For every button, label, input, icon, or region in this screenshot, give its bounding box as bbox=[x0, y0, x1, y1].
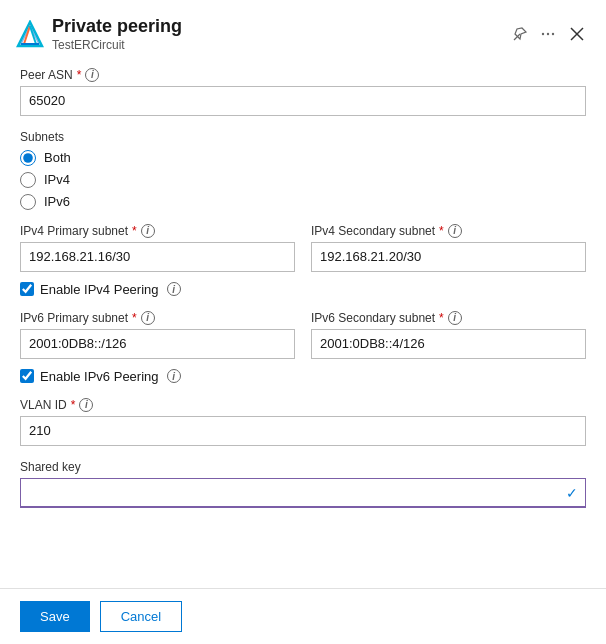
enable-ipv4-checkbox-label[interactable]: Enable IPv4 Peering bbox=[20, 282, 159, 297]
header-actions bbox=[508, 21, 590, 47]
ipv4-primary-info-icon[interactable]: i bbox=[141, 224, 155, 238]
enable-ipv6-info-icon[interactable]: i bbox=[167, 369, 181, 383]
peer-asn-info-icon[interactable]: i bbox=[85, 68, 99, 82]
dialog-title: Private peering bbox=[52, 16, 500, 38]
ipv4-secondary-input[interactable] bbox=[311, 242, 586, 272]
header-titles: Private peering TestERCircuit bbox=[52, 16, 500, 52]
radio-ipv4-label: IPv4 bbox=[44, 172, 70, 187]
shared-key-input[interactable] bbox=[20, 478, 586, 508]
ipv6-primary-col: IPv6 Primary subnet * i bbox=[20, 311, 295, 359]
radio-ipv6-input[interactable] bbox=[20, 194, 36, 210]
enable-ipv6-checkbox-label[interactable]: Enable IPv6 Peering bbox=[20, 369, 159, 384]
ipv4-primary-required: * bbox=[132, 224, 137, 238]
vlan-info-icon[interactable]: i bbox=[79, 398, 93, 412]
ipv6-primary-info-icon[interactable]: i bbox=[141, 311, 155, 325]
close-icon bbox=[568, 25, 586, 43]
ipv4-primary-label: IPv4 Primary subnet * i bbox=[20, 224, 295, 238]
close-button[interactable] bbox=[564, 21, 590, 47]
shared-key-label: Shared key bbox=[20, 460, 586, 474]
ipv6-secondary-label: IPv6 Secondary subnet * i bbox=[311, 311, 586, 325]
ipv4-subnet-row: IPv4 Primary subnet * i IPv4 Secondary s… bbox=[20, 224, 586, 272]
ipv4-secondary-label: IPv4 Secondary subnet * i bbox=[311, 224, 586, 238]
dialog-header: Private peering TestERCircuit bbox=[0, 0, 606, 56]
cancel-button[interactable]: Cancel bbox=[100, 601, 182, 632]
shared-key-group: Shared key ✓ bbox=[20, 460, 586, 508]
peer-asn-group: Peer ASN * i bbox=[20, 68, 586, 116]
enable-ipv4-checkbox[interactable] bbox=[20, 282, 34, 296]
ipv6-secondary-required: * bbox=[439, 311, 444, 325]
enable-ipv6-label: Enable IPv6 Peering bbox=[40, 369, 159, 384]
subnets-group: Subnets Both IPv4 IPv6 bbox=[20, 130, 586, 210]
dialog-footer: Save Cancel bbox=[0, 588, 606, 644]
vlan-id-input[interactable] bbox=[20, 416, 586, 446]
dialog-body: Peer ASN * i Subnets Both IPv4 IP bbox=[0, 56, 606, 588]
radio-both-label: Both bbox=[44, 150, 71, 165]
pin-icon bbox=[512, 26, 528, 42]
peer-asn-input[interactable] bbox=[20, 86, 586, 116]
peer-asn-label: Peer ASN * i bbox=[20, 68, 586, 82]
ipv6-secondary-info-icon[interactable]: i bbox=[448, 311, 462, 325]
ipv6-primary-input[interactable] bbox=[20, 329, 295, 359]
subnets-radio-group: Both IPv4 IPv6 bbox=[20, 150, 586, 210]
ipv6-primary-label: IPv6 Primary subnet * i bbox=[20, 311, 295, 325]
ipv4-secondary-required: * bbox=[439, 224, 444, 238]
radio-both[interactable]: Both bbox=[20, 150, 586, 166]
ipv6-secondary-col: IPv6 Secondary subnet * i bbox=[311, 311, 586, 359]
azure-logo-icon bbox=[16, 20, 44, 48]
vlan-id-group: VLAN ID * i bbox=[20, 398, 586, 446]
svg-point-6 bbox=[542, 33, 544, 35]
more-icon bbox=[540, 26, 556, 42]
shared-key-wrapper: ✓ bbox=[20, 478, 586, 508]
ipv6-subnet-row: IPv6 Primary subnet * i IPv6 Secondary s… bbox=[20, 311, 586, 359]
radio-ipv4[interactable]: IPv4 bbox=[20, 172, 586, 188]
required-indicator: * bbox=[77, 68, 82, 82]
ipv4-primary-input[interactable] bbox=[20, 242, 295, 272]
check-icon: ✓ bbox=[566, 485, 578, 501]
save-button[interactable]: Save bbox=[20, 601, 90, 632]
ipv4-primary-col: IPv4 Primary subnet * i bbox=[20, 224, 295, 272]
ipv4-secondary-col: IPv4 Secondary subnet * i bbox=[311, 224, 586, 272]
enable-ipv6-row: Enable IPv6 Peering i bbox=[20, 369, 586, 384]
ipv6-secondary-input[interactable] bbox=[311, 329, 586, 359]
private-peering-dialog: Private peering TestERCircuit bbox=[0, 0, 606, 644]
dialog-subtitle: TestERCircuit bbox=[52, 38, 500, 52]
radio-ipv4-input[interactable] bbox=[20, 172, 36, 188]
vlan-id-label: VLAN ID * i bbox=[20, 398, 586, 412]
pin-button[interactable] bbox=[508, 22, 532, 46]
radio-ipv6[interactable]: IPv6 bbox=[20, 194, 586, 210]
enable-ipv4-info-icon[interactable]: i bbox=[167, 282, 181, 296]
subnets-label: Subnets bbox=[20, 130, 586, 144]
enable-ipv4-label: Enable IPv4 Peering bbox=[40, 282, 159, 297]
more-button[interactable] bbox=[536, 22, 560, 46]
enable-ipv6-checkbox[interactable] bbox=[20, 369, 34, 383]
ipv4-secondary-info-icon[interactable]: i bbox=[448, 224, 462, 238]
ipv6-primary-required: * bbox=[132, 311, 137, 325]
enable-ipv4-row: Enable IPv4 Peering i bbox=[20, 282, 586, 297]
svg-line-5 bbox=[514, 34, 520, 40]
radio-ipv6-label: IPv6 bbox=[44, 194, 70, 209]
radio-both-input[interactable] bbox=[20, 150, 36, 166]
svg-point-7 bbox=[547, 33, 549, 35]
svg-point-8 bbox=[552, 33, 554, 35]
vlan-required: * bbox=[71, 398, 76, 412]
